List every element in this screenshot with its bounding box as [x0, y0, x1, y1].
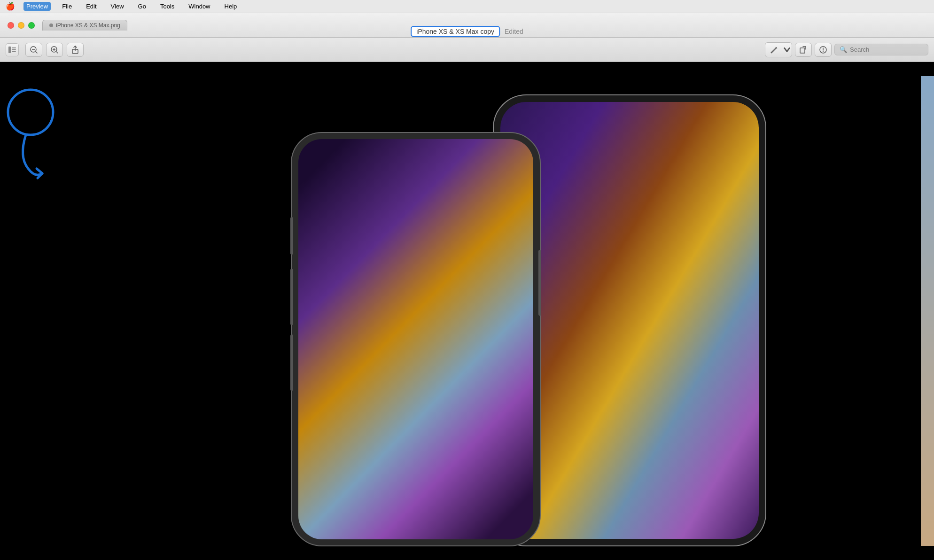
menubar-tools[interactable]: Tools: [157, 2, 177, 11]
pen-tool-button[interactable]: [765, 43, 782, 57]
svg-rect-2: [12, 49, 16, 50]
menubar-preview[interactable]: Preview: [23, 2, 51, 11]
preview-window: iPhone XS & XS Max.png iPhone XS & XS Ma…: [0, 13, 934, 560]
maximize-button[interactable]: [28, 22, 35, 29]
window-title: iPhone XS & XS Max copy: [416, 28, 494, 35]
pen-tool-dropdown[interactable]: [782, 43, 792, 57]
search-bar[interactable]: 🔍: [834, 44, 928, 55]
document-tab[interactable]: iPhone XS & XS Max.png: [42, 20, 127, 31]
svg-rect-12: [800, 48, 805, 53]
rotate-button[interactable]: [795, 43, 812, 57]
svg-line-10: [56, 52, 58, 53]
menubar-go[interactable]: Go: [135, 2, 149, 11]
traffic-lights: [8, 22, 35, 29]
share-button[interactable]: [67, 43, 84, 57]
svg-rect-27: [921, 76, 934, 546]
minimize-button[interactable]: [18, 22, 24, 29]
image-content: [0, 62, 934, 560]
window-title-area: iPhone XS & XS Max copy Edited: [411, 25, 523, 38]
close-button[interactable]: [8, 22, 14, 29]
svg-rect-24: [290, 269, 293, 325]
markup-annotate-button[interactable]: [815, 43, 832, 57]
svg-rect-22: [298, 139, 533, 539]
content-area: [0, 62, 934, 560]
search-icon: 🔍: [840, 46, 847, 53]
markup-button-group: [765, 42, 792, 57]
titlebar: iPhone XS & XS Max.png iPhone XS & XS Ma…: [0, 13, 934, 38]
menubar-edit[interactable]: Edit: [83, 2, 99, 11]
svg-rect-3: [12, 51, 16, 52]
zoom-in-button[interactable]: [46, 43, 63, 57]
menubar-file[interactable]: File: [59, 2, 75, 11]
svg-line-6: [36, 52, 37, 53]
svg-rect-26: [538, 250, 541, 316]
zoom-out-button[interactable]: [25, 43, 42, 57]
toolbar: 🔍: [0, 38, 934, 62]
svg-point-15: [823, 51, 824, 52]
tab-filename: iPhone XS & XS Max.png: [56, 22, 120, 29]
window-title-box[interactable]: iPhone XS & XS Max copy: [411, 26, 500, 37]
svg-rect-25: [290, 334, 293, 391]
menubar: 🍎 Preview File Edit View Go Tools Window…: [0, 0, 934, 13]
sidebar-toggle-button[interactable]: [6, 43, 19, 56]
menubar-window[interactable]: Window: [186, 2, 213, 11]
svg-rect-0: [8, 47, 11, 53]
svg-rect-23: [290, 217, 293, 255]
toolbar-right: 🔍: [765, 42, 928, 57]
apple-menu[interactable]: 🍎: [6, 2, 15, 11]
menubar-help[interactable]: Help: [222, 2, 240, 11]
svg-rect-1: [12, 47, 16, 48]
search-input[interactable]: [850, 46, 923, 53]
menubar-view[interactable]: View: [108, 2, 127, 11]
edited-label: Edited: [505, 28, 523, 35]
tab-dot: [49, 23, 53, 27]
